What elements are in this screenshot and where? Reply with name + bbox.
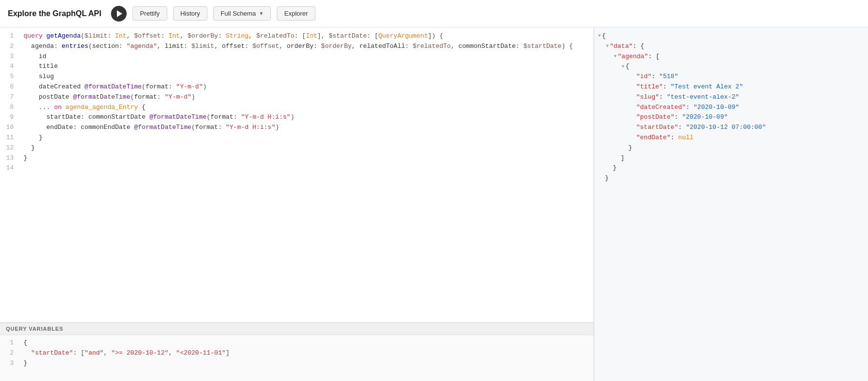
brace: }	[628, 143, 632, 153]
line-content: ... on agenda_agenda_Entry {	[20, 103, 594, 113]
variables-editor[interactable]: 1 { 2 "startDate": ["and", ">= 2020-10-1…	[0, 335, 594, 371]
result-key: "startDate"	[636, 123, 678, 133]
full-schema-button[interactable]: Full Schema ▼	[213, 6, 271, 21]
line-number: 3	[0, 52, 20, 62]
line-number: 9	[0, 112, 20, 123]
separator: :	[651, 72, 659, 82]
line-content: query getAgenda($limit: Int, $offset: In…	[20, 31, 594, 42]
result-line: "title": "Test event Alex 2"	[598, 82, 864, 92]
brace: {	[602, 31, 606, 42]
line-content: startDate: commonStartDate @formatDateTi…	[20, 112, 594, 123]
line-number: 10	[0, 123, 20, 133]
separator: : {	[633, 42, 644, 52]
table-row: 2 agenda: entries(section: "agenda", lim…	[0, 42, 594, 52]
run-button[interactable]	[111, 6, 127, 21]
result-line: ▼{	[598, 62, 864, 72]
result-key: "dateCreated"	[636, 103, 686, 113]
result-line: ▼{	[598, 31, 864, 42]
line-content	[20, 163, 594, 173]
separator: :	[663, 82, 671, 92]
line-content: title	[20, 62, 594, 72]
result-line: "dateCreated": "2020-10-09"	[598, 103, 864, 113]
result-key: "id"	[636, 72, 651, 82]
line-number: 4	[0, 62, 20, 72]
result-value: "2020-10-09"	[682, 112, 728, 123]
line-content: dateCreated @formatDateTime(format: "Y-m…	[20, 82, 594, 92]
table-row: 14	[0, 163, 594, 173]
separator: :	[674, 112, 682, 123]
table-row: 2 "startDate": ["and", ">= 2020-10-12", …	[0, 348, 594, 359]
collapse-icon[interactable]: ▼	[598, 32, 601, 40]
result-line: "endDate": null	[598, 133, 864, 143]
collapse-icon[interactable]: ▼	[622, 63, 624, 71]
header: Explore the GraphQL API Prettify History…	[0, 0, 868, 27]
table-row: 7 postDate @formatDateTime(format: "Y-m-…	[0, 92, 594, 103]
brace: }	[605, 173, 609, 184]
main-area: 1 query getAgenda($limit: Int, $offset: …	[0, 27, 868, 381]
separator: :	[670, 133, 678, 143]
chevron-down-icon: ▼	[259, 11, 264, 16]
table-row: 13 }	[0, 153, 594, 164]
line-number: 8	[0, 103, 20, 113]
result-line: "slug": "test-event-alex-2"	[598, 92, 864, 103]
line-number: 3	[0, 359, 20, 369]
line-number: 12	[0, 143, 20, 153]
result-key: "postDate"	[636, 112, 674, 123]
table-row: 1 query getAgenda($limit: Int, $offset: …	[0, 31, 594, 42]
collapse-icon[interactable]: ▼	[614, 53, 617, 61]
table-row: 5 slug	[0, 72, 594, 82]
left-panel: 1 query getAgenda($limit: Int, $offset: …	[0, 27, 594, 381]
line-content: {	[20, 338, 594, 348]
query-code-table: 1 query getAgenda($limit: Int, $offset: …	[0, 31, 594, 173]
table-row: 3 id	[0, 52, 594, 62]
line-content: }	[20, 143, 594, 153]
result-line: }	[598, 163, 864, 173]
line-number: 14	[0, 163, 20, 173]
history-button[interactable]: History	[173, 6, 207, 21]
table-row: 9 startDate: commonStartDate @formatDate…	[0, 112, 594, 123]
line-number: 5	[0, 72, 20, 82]
explorer-button[interactable]: Explorer	[277, 6, 315, 21]
line-content: }	[20, 133, 594, 143]
result-value: "518"	[659, 72, 678, 82]
result-value: "Test event Alex 2"	[670, 82, 743, 92]
result-value: null	[678, 133, 693, 143]
line-content: postDate @formatDateTime(format: "Y-m-d"…	[20, 92, 594, 103]
result-value: "2020-10-09"	[693, 103, 739, 113]
line-content: endDate: commonEndDate @formatDateTime(f…	[20, 123, 594, 133]
table-row: 12 }	[0, 143, 594, 153]
table-row: 8 ... on agenda_agenda_Entry {	[0, 103, 594, 113]
separator: : [	[648, 52, 659, 62]
result-line: "startDate": "2020-10-12 07:00:00"	[598, 123, 864, 133]
table-row: 11 }	[0, 133, 594, 143]
line-number: 13	[0, 153, 20, 164]
line-content: id	[20, 52, 594, 62]
page-title: Explore the GraphQL API	[8, 9, 101, 18]
query-editor[interactable]: 1 query getAgenda($limit: Int, $offset: …	[0, 27, 594, 322]
result-line: ]	[598, 153, 864, 164]
variables-code-table: 1 { 2 "startDate": ["and", ">= 2020-10-1…	[0, 338, 594, 368]
line-number: 1	[0, 31, 20, 42]
separator: :	[686, 103, 693, 113]
result-key: "endDate"	[636, 133, 670, 143]
table-row: 10 endDate: commonEndDate @formatDateTim…	[0, 123, 594, 133]
query-variables-header: QUERY VARIABLES	[0, 323, 594, 335]
brace: }	[613, 163, 617, 173]
collapse-icon[interactable]: ▼	[606, 42, 609, 50]
line-number: 2	[0, 348, 20, 359]
line-content: }	[20, 153, 594, 164]
separator: :	[678, 123, 686, 133]
result-line: "postDate": "2020-10-09"	[598, 112, 864, 123]
line-content: agenda: entries(section: "agenda", limit…	[20, 42, 594, 52]
table-row: 3 }	[0, 359, 594, 369]
result-line: }	[598, 143, 864, 153]
line-number: 11	[0, 133, 20, 143]
result-key: "agenda"	[618, 52, 648, 62]
result-key: "title"	[636, 82, 663, 92]
query-variables-panel: QUERY VARIABLES 1 { 2 "startDate": ["and…	[0, 322, 594, 381]
line-number: 1	[0, 338, 20, 348]
prettify-button[interactable]: Prettify	[133, 6, 167, 21]
table-row: 1 {	[0, 338, 594, 348]
brace: ]	[621, 153, 624, 164]
line-number: 6	[0, 82, 20, 92]
